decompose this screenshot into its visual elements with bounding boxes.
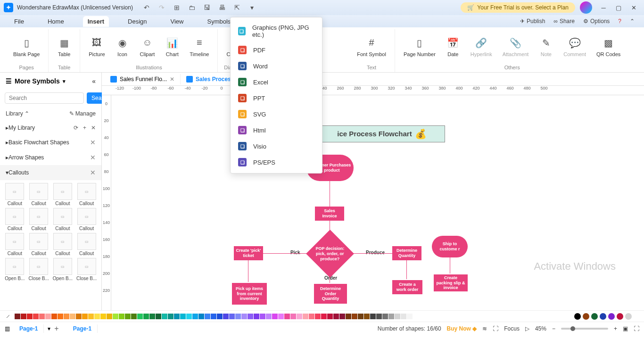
shape-pickup[interactable]: Pick up items from current inventory — [232, 283, 267, 305]
menu-home[interactable]: Home — [43, 16, 69, 27]
color-swatch[interactable] — [309, 314, 314, 319]
shape-pick[interactable]: Create 'pick' ticket — [234, 246, 263, 260]
color-swatch[interactable] — [186, 314, 192, 319]
page-indicator[interactable]: Page-1 — [67, 324, 98, 333]
shape-thumbnail[interactable]: ▭Callout — [52, 183, 74, 206]
color-swatch[interactable] — [321, 314, 327, 319]
color-swatch[interactable] — [27, 314, 33, 319]
fit-page-icon[interactable]: ▣ — [623, 325, 628, 332]
shape-order-qty[interactable]: Determine Order Quantity — [314, 284, 347, 304]
color-swatch[interactable] — [370, 314, 376, 319]
color-swatch[interactable] — [82, 314, 88, 319]
color-swatch[interactable] — [229, 314, 235, 319]
theme-color[interactable] — [574, 313, 581, 320]
color-swatch[interactable] — [407, 314, 413, 319]
color-swatch[interactable] — [339, 314, 345, 319]
color-swatch[interactable] — [162, 314, 167, 319]
theme-color[interactable] — [634, 313, 640, 320]
section-basic-flowchart[interactable]: ▸ Basic Flowchart Shapes✕ — [0, 135, 101, 150]
color-swatch[interactable] — [284, 314, 290, 319]
color-swatch[interactable] — [376, 314, 382, 319]
color-swatch[interactable] — [303, 314, 308, 319]
color-swatch[interactable] — [113, 314, 118, 319]
zoom-slider[interactable] — [561, 328, 608, 330]
color-swatch[interactable] — [211, 314, 216, 319]
tab-sales-funnel[interactable]: Sales Funnel Flo...✕ — [105, 74, 181, 84]
color-swatch[interactable] — [88, 314, 94, 319]
shape-thumbnail[interactable]: ▭Callout — [52, 233, 74, 256]
shape-thumbnail[interactable]: ▭Callout — [28, 208, 50, 231]
theme-color[interactable] — [600, 313, 606, 320]
fit-icon[interactable]: ⛶ — [493, 325, 498, 332]
publish-button[interactable]: ✈ Publish — [520, 18, 545, 25]
color-swatch[interactable] — [64, 314, 69, 319]
color-swatch[interactable] — [388, 314, 394, 319]
options-button[interactable]: ⚙ Options — [583, 18, 610, 25]
shape-thumbnail[interactable]: ▭Open B... — [52, 258, 74, 281]
color-swatch[interactable] — [70, 314, 75, 319]
color-swatch[interactable] — [131, 314, 137, 319]
search-input[interactable] — [5, 92, 84, 104]
shape-ship[interactable]: Ship to custome r — [432, 236, 468, 257]
color-swatch[interactable] — [198, 314, 204, 319]
color-swatch[interactable] — [180, 314, 186, 319]
export-icon[interactable]: ⇱ — [233, 3, 241, 12]
color-swatch[interactable] — [333, 314, 339, 319]
page-tab-1[interactable]: Page-1 — [14, 324, 44, 333]
picture-button[interactable]: 🖼Picture — [84, 29, 109, 64]
add-page-button[interactable]: + — [54, 324, 58, 333]
color-swatch[interactable] — [364, 314, 370, 319]
eyedropper-icon[interactable]: ⟋ — [4, 312, 12, 321]
shape-thumbnail[interactable]: ▭Callout — [28, 183, 50, 206]
color-swatch[interactable] — [192, 314, 198, 319]
close-icon[interactable]: ✕ — [90, 154, 96, 161]
section-my-library[interactable]: ▸ My Library⟳+✕ — [0, 121, 101, 135]
menu-view[interactable]: View — [166, 16, 189, 27]
help-icon[interactable]: ? — [618, 18, 621, 25]
blank-page-button[interactable]: ▯Blank Page — [8, 29, 44, 64]
more-icon[interactable]: ▾ — [248, 3, 256, 12]
color-swatch[interactable] — [223, 314, 229, 319]
color-swatch[interactable] — [278, 314, 284, 319]
trial-banner[interactable]: 🛒 Your Free Trial is over. Select a Plan — [461, 2, 575, 13]
qr-button[interactable]: ▩QR Codes — [592, 29, 625, 64]
export-option[interactable]: ❏Word — [231, 58, 322, 74]
color-swatch[interactable] — [149, 314, 155, 319]
icon-button[interactable]: ◉Icon — [111, 29, 134, 64]
page-number-button[interactable]: ▯Page Number — [399, 29, 440, 64]
canvas[interactable]: ice Process Flowchart💰 customer Purchase… — [111, 95, 644, 310]
chart-button[interactable]: 📊Chart — [160, 29, 184, 64]
color-swatch[interactable] — [94, 314, 100, 319]
zoom-out-icon[interactable]: − — [552, 325, 555, 332]
color-swatch[interactable] — [235, 314, 241, 319]
theme-color[interactable] — [591, 313, 598, 320]
shape-thumbnail[interactable]: ▭Callout — [75, 233, 98, 256]
shape-decision[interactable]: POP decision: pick, order, or produce? — [306, 230, 354, 278]
open-icon[interactable]: 🗀 — [188, 3, 196, 12]
color-swatch[interactable] — [33, 314, 39, 319]
minimize-button[interactable]: ─ — [597, 1, 610, 14]
color-swatch[interactable] — [395, 314, 400, 319]
close-tab-icon[interactable]: ✕ — [170, 76, 174, 83]
color-swatch[interactable] — [260, 314, 265, 319]
layers-icon[interactable]: ≋ — [482, 325, 487, 332]
close-button[interactable]: ✕ — [627, 1, 640, 14]
attachment-button[interactable]: 📎Attachment — [498, 29, 534, 64]
color-swatch[interactable] — [297, 314, 302, 319]
user-avatar[interactable] — [580, 1, 592, 14]
redo-icon[interactable]: ↷ — [157, 3, 166, 12]
color-swatch[interactable] — [45, 314, 51, 319]
color-swatch[interactable] — [143, 314, 149, 319]
export-option[interactable]: ❏PDF — [231, 42, 322, 58]
color-swatch[interactable] — [248, 314, 253, 319]
color-swatch[interactable] — [266, 314, 272, 319]
export-option[interactable]: ❏PPT — [231, 90, 322, 106]
color-swatch[interactable] — [51, 314, 57, 319]
export-option[interactable]: ❏PS/EPS — [231, 154, 322, 170]
color-swatch[interactable] — [205, 314, 210, 319]
color-swatch[interactable] — [382, 314, 388, 319]
theme-color[interactable] — [617, 313, 623, 320]
shape-work-order[interactable]: Create a work order — [392, 280, 422, 294]
color-swatch[interactable] — [174, 314, 180, 319]
shape-thumbnail[interactable]: ▭Callout — [52, 208, 74, 231]
